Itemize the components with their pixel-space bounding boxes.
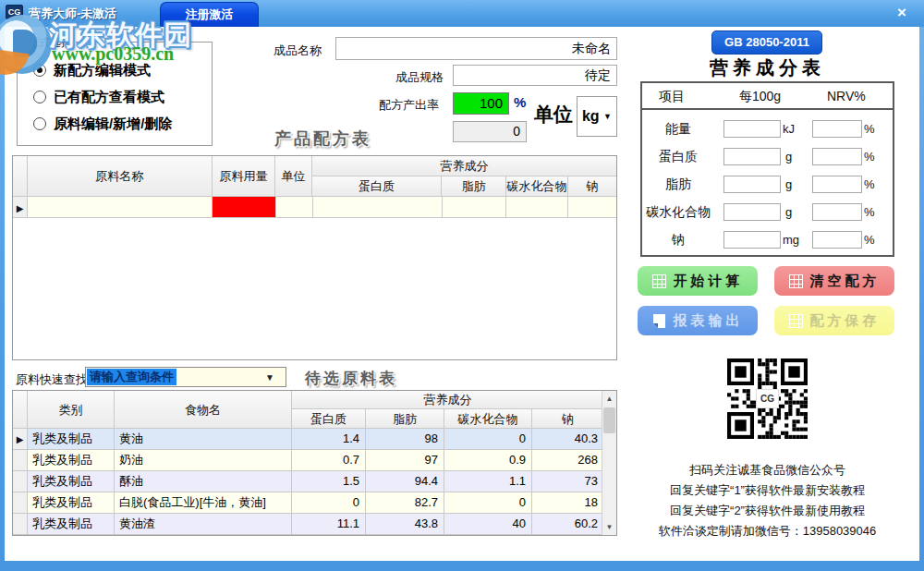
col-header-fat: 脂肪 — [442, 176, 506, 197]
formula-table-row[interactable]: ▶ — [13, 197, 616, 218]
percent-sign: % — [864, 177, 875, 191]
sodium-per100g-input[interactable] — [723, 231, 781, 249]
percent-sign: % — [864, 233, 875, 247]
scroll-down-button[interactable]: ▼ — [602, 519, 616, 535]
scrollbar-thumb[interactable] — [603, 407, 615, 433]
nutrient-unit: kJ — [783, 122, 795, 136]
carb-cell — [506, 197, 568, 218]
fat-per100g-input[interactable] — [723, 176, 781, 193]
food-cell: 酥油 — [115, 471, 292, 492]
ingredient-search-input[interactable]: 请输入查询条件 ▼ — [85, 367, 286, 387]
nutrient-name: 脂肪 — [642, 176, 714, 193]
corner-cell — [13, 156, 28, 197]
sodium-cell — [568, 197, 616, 218]
wechat-info-line: 软件洽谈定制请加微信号：13958039046 — [640, 523, 894, 540]
button-label: 开始计算 — [674, 266, 744, 296]
scrollbar[interactable]: ▲ ▼ — [602, 391, 616, 535]
nutrition-table-title: 营养成分表 — [640, 55, 894, 80]
button-label: 清空配方 — [810, 266, 881, 296]
grid-icon — [652, 274, 666, 288]
sodium-nrv-input[interactable] — [812, 231, 862, 249]
col-header-fat: 脂肪 — [366, 409, 444, 429]
table-row[interactable]: 乳类及制品 白脱(食品工业)[牛油，黄油] 0 82.7 0 18 — [13, 492, 616, 514]
fat-cell: 94.4 — [366, 471, 444, 492]
col-header-item: 项目 — [659, 89, 685, 105]
row-selector — [13, 450, 28, 471]
nutrient-unit: g — [785, 150, 792, 164]
nutrition-header-row: 项目 每100g NRV% — [642, 83, 893, 110]
protein-cell: 1.4 — [292, 429, 366, 450]
fat-cell: 82.7 — [366, 492, 444, 514]
protein-cell — [313, 197, 443, 218]
close-icon[interactable]: × — [887, 3, 917, 23]
clear-formula-button[interactable]: 清空配方 — [774, 266, 894, 296]
yield-rate-input[interactable]: 100 — [453, 92, 509, 115]
ingredient-table-caption: 待选原料表 — [305, 368, 397, 389]
radio-view-formula-mode[interactable]: 已有配方查看模式 — [33, 88, 200, 108]
product-spec-label: 成品规格 — [395, 69, 444, 86]
sodium-cell: 18 — [532, 492, 603, 514]
product-name-input[interactable]: 未命名 — [335, 37, 617, 60]
col-header-carb: 碳水化合物 — [444, 409, 532, 429]
report-output-button[interactable]: 报表输出 — [638, 306, 758, 335]
nutrient-name: 蛋白质 — [642, 149, 714, 165]
carb-nrv-input[interactable] — [812, 203, 862, 221]
unit-select[interactable]: kg ▼ — [577, 96, 617, 137]
protein-per100g-input[interactable] — [723, 148, 781, 165]
col-header-sodium: 钠 — [568, 176, 616, 197]
category-cell: 乳类及制品 — [28, 492, 115, 514]
energy-per100g-input[interactable] — [723, 120, 781, 138]
save-formula-button[interactable]: 配方保存 — [774, 306, 894, 335]
wechat-info-line: 回复关键字“1”获得软件最新安装教程 — [640, 482, 894, 499]
percent-sign: % — [864, 122, 875, 136]
row-selector: ▶ — [13, 197, 28, 218]
yield-rate-label: 配方产出率 — [379, 97, 439, 114]
wechat-info-line: 回复关键字“2”获得软件最新使用教程 — [640, 503, 894, 519]
category-cell: 乳类及制品 — [28, 514, 115, 535]
qr-center-logo: CG — [756, 389, 779, 408]
formula-table-caption: 产品配方表 — [274, 128, 371, 150]
radio-edit-ingredient-mode[interactable]: 原料编辑/新增/删除 — [33, 115, 200, 135]
col-header-carb: 碳水化合物 — [506, 176, 568, 197]
table-row[interactable]: 乳类及制品 黄油渣 11.1 43.8 40 60.2 — [13, 514, 616, 535]
table-row[interactable]: 乳类及制品 酥油 1.5 94.4 1.1 73 — [13, 471, 616, 492]
sodium-cell: 60.2 — [532, 514, 603, 535]
category-cell: 乳类及制品 — [28, 450, 115, 471]
weight-input[interactable]: 0 — [453, 121, 527, 142]
protein-cell: 0.7 — [292, 450, 366, 471]
app-window: CG 营养大师-未激活 注册激活 × 模式选择 新配方编辑模式 已有配方查看模式… — [0, 0, 924, 571]
table-row[interactable]: ▶ 乳类及制品 黄油 1.4 98 0 40.3 — [13, 429, 616, 450]
carb-cell: 40 — [444, 514, 532, 535]
nutrition-label-panel: 项目 每100g NRV% 能量 kJ % 蛋白质 g % 脂肪 g % 碳水化… — [640, 81, 894, 257]
grid-icon — [789, 274, 803, 288]
food-cell: 黄油 — [115, 429, 292, 450]
start-calculate-button[interactable]: 开始计算 — [638, 266, 758, 296]
percent-sign: % — [864, 205, 875, 219]
table-row[interactable]: 乳类及制品 奶油 0.7 97 0.9 268 — [13, 450, 616, 471]
protein-nrv-input[interactable] — [812, 148, 862, 165]
grid-icon — [789, 314, 803, 328]
energy-nrv-input[interactable] — [812, 120, 862, 138]
col-header-nutrition: 营养成分 — [312, 156, 616, 176]
amount-cell-empty — [213, 197, 276, 218]
fat-cell: 98 — [366, 429, 444, 450]
radio-label: 已有配方查看模式 — [54, 89, 164, 106]
nutrient-unit: mg — [783, 233, 799, 247]
product-name-label: 成品名称 — [274, 43, 322, 59]
scroll-up-button[interactable]: ▲ — [602, 391, 616, 407]
gb-standard-button[interactable]: GB 28050-2011 — [711, 30, 822, 55]
carb-per100g-input[interactable] — [723, 203, 781, 221]
yield-percent-sign: % — [514, 94, 526, 110]
sodium-cell: 268 — [532, 450, 603, 471]
row-pointer-icon: ▶ — [17, 434, 24, 444]
carb-cell: 0.9 — [444, 450, 532, 471]
watermark-site-url: www.pc0359.cn — [52, 43, 174, 65]
col-header-sodium: 钠 — [532, 409, 603, 429]
protein-cell: 11.1 — [292, 514, 366, 535]
col-header-nutrition: 营养成分 — [292, 391, 603, 409]
fat-nrv-input[interactable] — [812, 176, 862, 193]
row-selector — [13, 514, 28, 535]
chevron-down-icon: ▼ — [265, 372, 274, 383]
sodium-cell: 40.3 — [532, 429, 603, 450]
product-spec-input[interactable]: 待定 — [453, 65, 617, 86]
